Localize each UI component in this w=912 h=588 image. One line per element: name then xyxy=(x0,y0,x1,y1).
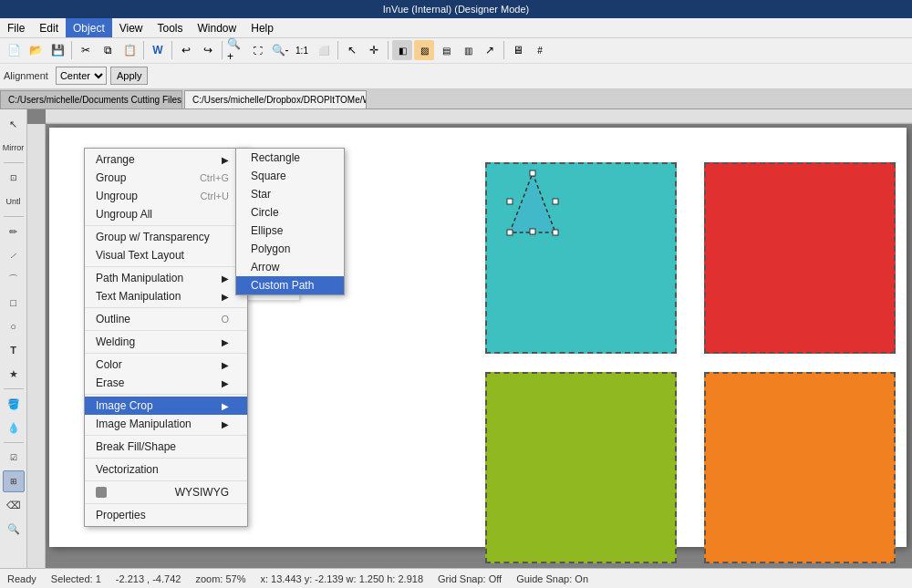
lt-untitled[interactable]: Untl xyxy=(3,191,25,212)
crop-arrow[interactable]: Arrow xyxy=(236,258,344,276)
menu-file[interactable]: File xyxy=(0,18,32,37)
menu-properties[interactable]: Properties xyxy=(85,506,247,524)
tb-zoom-full[interactable]: ⬜ xyxy=(314,40,334,60)
menu-arrange[interactable]: Arrange ▶ xyxy=(85,150,247,169)
tb-save[interactable]: 💾 xyxy=(47,40,67,60)
tb-arrow[interactable]: ↖ xyxy=(342,40,362,60)
crop-custom-path[interactable]: Custom Path xyxy=(236,276,344,294)
tb-open[interactable]: 📂 xyxy=(26,40,46,60)
crop-star[interactable]: Star xyxy=(236,185,344,203)
tb-word[interactable]: W xyxy=(148,40,168,60)
tb-zoom-1[interactable]: 1:1 xyxy=(292,40,312,60)
tab-halloween[interactable]: C:/Users/michelle/Documents Cutting File… xyxy=(0,90,182,108)
ruler-left xyxy=(27,124,46,568)
menu-group-transparency[interactable]: Group w/ Transparency xyxy=(85,228,247,246)
tb-arrow2[interactable]: ↗ xyxy=(480,40,500,60)
crop-square[interactable]: Square xyxy=(236,167,344,185)
color-square-red xyxy=(704,162,896,354)
toolbar-row1: 📄 📂 💾 ✂ ⧉ 📋 W ↩ ↪ 🔍+ ⛶ 🔍- 1:1 ⬜ ↖ ✛ ◧ ▨ … xyxy=(0,38,912,64)
crop-circle[interactable]: Circle xyxy=(236,203,344,222)
tb-color2[interactable]: ▨ xyxy=(414,40,434,60)
toolbar-sep-3 xyxy=(171,41,172,59)
svg-rect-17 xyxy=(530,229,535,234)
lt-zoom[interactable]: 🔍 xyxy=(3,518,25,540)
apply-button[interactable]: Apply xyxy=(110,67,149,85)
menu-erase[interactable]: Erase ▶ xyxy=(85,374,247,392)
toolbar-sep-6 xyxy=(388,41,389,59)
menu-bar: File Edit Object View Tools Window Help xyxy=(0,18,912,38)
lt-pencil[interactable]: ✏ xyxy=(3,221,25,242)
lt-bezier[interactable]: ⌒ xyxy=(3,268,25,290)
lt-selector[interactable]: ↖ xyxy=(3,113,25,135)
wysiwyg-icon xyxy=(96,487,107,498)
lt-ellipse[interactable]: ○ xyxy=(3,315,25,337)
crop-ellipse[interactable]: Ellipse xyxy=(236,222,344,240)
tb-new[interactable]: 📄 xyxy=(4,40,24,60)
menu-break-fill[interactable]: Break Fill/Shape xyxy=(85,438,247,456)
menu-view[interactable]: View xyxy=(112,18,150,37)
lt-text[interactable]: T xyxy=(3,339,25,361)
alignment-select[interactable]: Center Left Right xyxy=(56,67,107,85)
lt-line[interactable]: ⟋ xyxy=(3,244,25,266)
tb-col3[interactable]: ▤ xyxy=(436,40,456,60)
tb-zoom-out[interactable]: 🔍- xyxy=(270,40,290,60)
tb-cross[interactable]: ✛ xyxy=(364,40,384,60)
object-menu: Arrange ▶ Group Ctrl+G Ungroup Ctrl+U Un… xyxy=(84,148,248,527)
lt-star[interactable]: ★ xyxy=(3,363,25,385)
crop-rectangle[interactable]: Rectangle xyxy=(236,149,344,167)
lt-check[interactable]: ☑ xyxy=(3,447,25,469)
menu-text-manip[interactable]: Text Manipulation ▶ xyxy=(85,287,247,305)
menu-help[interactable]: Help xyxy=(244,18,281,37)
svg-rect-18 xyxy=(553,199,558,204)
status-grid: Grid Snap: Off xyxy=(438,573,502,584)
menu-group[interactable]: Group Ctrl+G xyxy=(85,169,247,187)
tb-zoom-fit[interactable]: ⛶ xyxy=(248,40,268,60)
lt-mirror[interactable]: Mirror xyxy=(3,137,25,159)
tb-zoom-in[interactable]: 🔍+ xyxy=(226,40,246,60)
lt-rect[interactable]: □ xyxy=(3,292,25,314)
menu-edit[interactable]: Edit xyxy=(32,18,66,37)
lt-sep-2 xyxy=(4,216,24,217)
status-coords: -2.213 , -4.742 xyxy=(116,573,181,584)
tb-redo[interactable]: ↪ xyxy=(198,40,218,60)
tb-cut[interactable]: ✂ xyxy=(76,40,96,60)
menu-wysiwyg[interactable]: WYSIWYG xyxy=(85,483,247,501)
menu-section-props: Properties xyxy=(85,504,247,526)
lt-eyedrop[interactable]: 💧 xyxy=(3,417,25,438)
lt-node[interactable]: ⊡ xyxy=(3,167,25,189)
color-square-green xyxy=(485,372,677,563)
menu-outline[interactable]: Outline O xyxy=(85,310,247,328)
tb-grid[interactable]: # xyxy=(530,40,550,60)
lt-eraser[interactable]: ⌫ xyxy=(3,494,25,516)
menu-tools[interactable]: Tools xyxy=(150,18,191,37)
lt-wysiwyg[interactable]: ⊞ xyxy=(3,470,25,492)
menu-image-crop[interactable]: Image Crop ▶ xyxy=(85,397,247,415)
tb-color1[interactable]: ◧ xyxy=(392,40,412,60)
lt-fill[interactable]: 🪣 xyxy=(3,393,25,415)
tb-undo[interactable]: ↩ xyxy=(176,40,196,60)
menu-ungroup-all[interactable]: Ungroup All xyxy=(85,205,247,223)
menu-section-welding: Welding ▶ xyxy=(85,331,247,354)
menu-image-manip[interactable]: Image Manipulation ▶ xyxy=(85,415,247,433)
status-x: x: 13.443 y: -2.139 w: 1.250 h: 2.918 xyxy=(260,573,423,584)
svg-marker-13 xyxy=(510,173,555,232)
ruler-top xyxy=(46,109,912,124)
tab-miss-kate[interactable]: C:/Users/michelle/Dropbox/DROPItTOMe/WCM… xyxy=(184,90,367,108)
menu-object[interactable]: Object xyxy=(66,18,112,37)
main-area: ↖ Mirror ⊡ Untl ✏ ⟋ ⌒ □ ○ T ★ 🪣 💧 ☑ ⊞ ⌫ … xyxy=(0,109,912,568)
tb-copy[interactable]: ⧉ xyxy=(98,40,118,60)
menu-vectorization[interactable]: Vectorization xyxy=(85,460,247,479)
tb-col4[interactable]: ▥ xyxy=(458,40,478,60)
menu-ungroup[interactable]: Ungroup Ctrl+U xyxy=(85,187,247,205)
tb-monitor[interactable]: 🖥 xyxy=(508,40,528,60)
menu-path-manip[interactable]: Path Manipulation ▶ xyxy=(85,269,247,287)
menu-color[interactable]: Color ▶ xyxy=(85,356,247,374)
canvas-area[interactable]: Happy Birthday xyxy=(27,109,912,568)
crop-polygon[interactable]: Polygon xyxy=(236,240,344,258)
tb-paste[interactable]: 📋 xyxy=(119,40,140,60)
status-bar: Ready Selected: 1 -2.213 , -4.742 zoom: … xyxy=(0,568,912,588)
menu-visual-text[interactable]: Visual Text Layout xyxy=(85,246,247,264)
menu-window[interactable]: Window xyxy=(191,18,244,37)
svg-rect-14 xyxy=(530,170,535,176)
menu-welding[interactable]: Welding ▶ xyxy=(85,333,247,351)
